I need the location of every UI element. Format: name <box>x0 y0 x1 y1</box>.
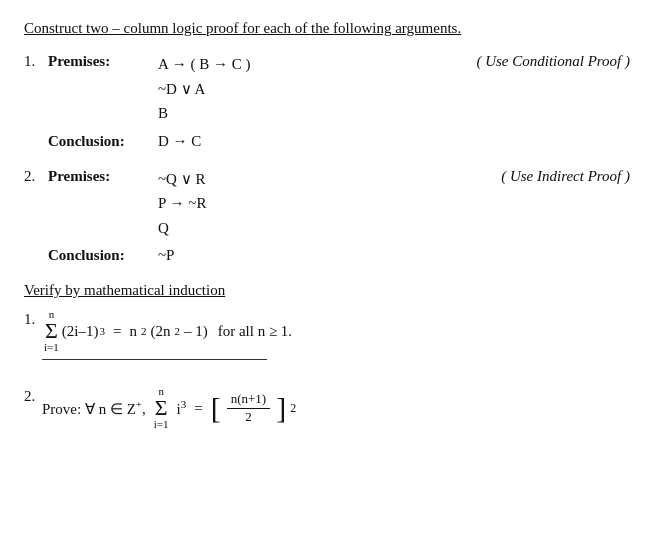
induction-item-2: 2. Prove: ∀ n ∈ Z+, n Σ i=1 i3 = [ n(n+1… <box>24 386 630 430</box>
premise-2-formula-3: Q <box>158 217 206 240</box>
sigma-term: i3 <box>177 398 187 418</box>
premise-1-formula-3: B <box>158 102 251 125</box>
premises-label-1: Premises: <box>48 53 158 70</box>
sigma-symbol-2: n Σ i=1 <box>154 386 169 430</box>
sigma-symbol-1: n Σ i=1 <box>44 309 59 353</box>
logic-problem-1: 1. Premises: A → ( B → C ) ~D ∨ A B ( Us… <box>24 53 630 150</box>
fraction-block: n(n+1) 2 <box>227 391 271 426</box>
conclusion-formula-1: D → C <box>158 133 201 150</box>
logic-problems-section: 1. Premises: A → ( B → C ) ~D ∨ A B ( Us… <box>24 53 630 264</box>
problem-2-conclusion: Conclusion: ~P <box>48 247 630 264</box>
induction-formula-2: Prove: ∀ n ∈ Z+, n Σ i=1 i3 = [ n(n+1) 2… <box>42 386 296 430</box>
header-instruction: Construct two – column logic proof for e… <box>24 20 461 36</box>
problem-1-number: 1. <box>24 53 48 70</box>
problem-1-premises: Premises: A → ( B → C ) ~D ∨ A B <box>48 53 251 125</box>
premises-formulas-1: A → ( B → C ) ~D ∨ A B <box>158 53 251 125</box>
premise-1-formula-2: ~D ∨ A <box>158 78 251 101</box>
premises-label-2: Premises: <box>48 168 158 185</box>
right-bracket: ] <box>276 393 286 423</box>
induction-title: Verify by mathematical induction <box>24 282 630 299</box>
fraction-numerator: n(n+1) <box>227 391 271 409</box>
prove-row: Prove: ∀ n ∈ Z+, n Σ i=1 i3 = [ n(n+1) 2… <box>42 386 296 430</box>
conclusion-formula-2: ~P <box>158 247 174 264</box>
induction-divider <box>42 359 267 360</box>
problem-2-content: Premises: ~Q ∨ R P → ~R Q ( Use Indirect… <box>48 168 630 265</box>
induction-item-1: 1. n Σ i=1 (2i–1)3 = n2 (2n2 – 1) for al… <box>24 309 630 372</box>
premise-2-formula-1: ~Q ∨ R <box>158 168 206 191</box>
logic-problem-2: 2. Premises: ~Q ∨ R P → ~R Q ( Use Indir… <box>24 168 630 265</box>
conclusion-label-2: Conclusion: <box>48 247 158 264</box>
induction-number-2: 2. <box>24 388 42 405</box>
problem-1-conclusion: Conclusion: D → C <box>48 133 630 150</box>
conclusion-label-1: Conclusion: <box>48 133 158 150</box>
induction-number-1: 1. <box>24 311 42 328</box>
fraction-denominator: 2 <box>241 409 256 426</box>
problem-1-premises-row: Premises: A → ( B → C ) ~D ∨ A B ( Use C… <box>48 53 630 125</box>
premise-1-formula-1: A → ( B → C ) <box>158 53 251 76</box>
problem-2-number: 2. <box>24 168 48 185</box>
problem-2-premises: Premises: ~Q ∨ R P → ~R Q <box>48 168 206 240</box>
induction-section: Verify by mathematical induction 1. n Σ … <box>24 282 630 430</box>
section-header: Construct two – column logic proof for e… <box>24 20 630 37</box>
problem-2-premises-row: Premises: ~Q ∨ R P → ~R Q ( Use Indirect… <box>48 168 630 240</box>
problem-2-hint: ( Use Indirect Proof ) <box>461 168 630 240</box>
problem-1-content: Premises: A → ( B → C ) ~D ∨ A B ( Use C… <box>48 53 630 150</box>
exponent-2: 2 <box>290 401 296 416</box>
left-bracket: [ <box>211 393 221 423</box>
equals-sign: = <box>194 400 202 417</box>
premise-2-formula-2: P → ~R <box>158 192 206 215</box>
prove-text: Prove: ∀ n ∈ Z+, <box>42 398 146 418</box>
induction-formula-1: n Σ i=1 (2i–1)3 = n2 (2n2 – 1) for all n… <box>42 309 292 372</box>
problem-1-hint: ( Use Conditional Proof ) <box>436 53 630 125</box>
premises-formulas-2: ~Q ∨ R P → ~R Q <box>158 168 206 240</box>
